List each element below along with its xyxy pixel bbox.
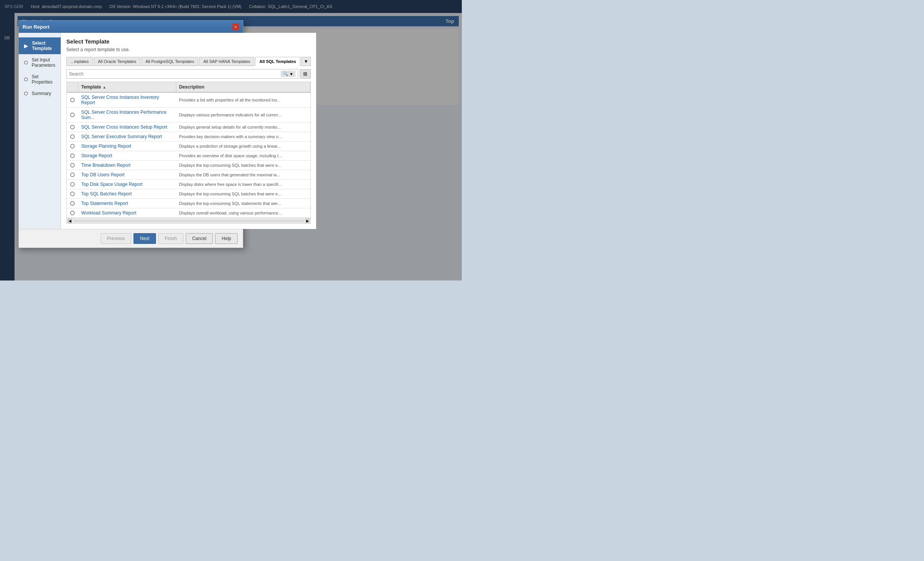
- radio-button-9[interactable]: [70, 182, 75, 187]
- table-row[interactable]: Storage Planning ReportDisplays a predic…: [67, 142, 310, 151]
- description-cell-10: Displays the top-consuming SQL batches t…: [176, 190, 311, 198]
- cancel-button[interactable]: Cancel: [186, 233, 213, 244]
- table-row[interactable]: SQL Server Executive Summary ReportProvi…: [67, 132, 310, 142]
- radio-cell-12[interactable]: [67, 209, 78, 217]
- wizard-step-label-1: Select Template: [32, 40, 55, 51]
- tab-more-button[interactable]: ▼: [301, 57, 311, 66]
- filter-button[interactable]: ⊞: [300, 69, 311, 79]
- description-cell-5: Displays a prediction of storage growth …: [176, 142, 311, 150]
- table-row[interactable]: Top SQL Batches ReportDisplays the top-c…: [67, 189, 310, 199]
- radio-cell-4[interactable]: [67, 132, 78, 141]
- table-row[interactable]: Workload Summary ReportDisplays overall …: [67, 208, 310, 218]
- search-button[interactable]: 🔍 ▼: [281, 71, 296, 77]
- table-row[interactable]: Storage ReportProvides an overview of di…: [67, 151, 310, 161]
- modal-content-area: Select Template Select a report template…: [61, 33, 316, 229]
- step-dot-2: [24, 61, 28, 64]
- radio-button-7[interactable]: [70, 163, 75, 168]
- tab-postgresql[interactable]: All PostgreSQL Templates: [141, 57, 198, 66]
- modal-titlebar: Run Report ×: [19, 21, 243, 33]
- description-cell-1: Provides a list with properties of all t…: [176, 96, 311, 104]
- radio-button-6[interactable]: [70, 153, 75, 158]
- scroll-right-arrow[interactable]: ▶: [305, 219, 310, 223]
- template-cell-9: Top Disk Space Usage Report: [78, 180, 176, 189]
- table-row[interactable]: SQL Server Cross Instances Inventory Rep…: [67, 93, 310, 108]
- table-row[interactable]: SQL Server Cross Instances Setup ReportD…: [67, 123, 310, 132]
- step-dot-4: [24, 92, 28, 95]
- search-dropdown-arrow: ▼: [289, 72, 293, 76]
- wizard-sidebar: ▶ Select Template Set Input Parameters S…: [19, 33, 61, 229]
- previous-button[interactable]: Previous: [101, 233, 132, 244]
- radio-button-1[interactable]: [70, 98, 75, 102]
- wizard-step-summary[interactable]: Summary: [19, 88, 61, 99]
- radio-button-12[interactable]: [70, 211, 75, 215]
- description-cell-6: Provides an overview of disk space usage…: [176, 152, 311, 160]
- search-input-wrap: 🔍 ▼: [66, 69, 298, 79]
- scroll-left-arrow[interactable]: ◀: [67, 219, 72, 223]
- template-cell-5: Storage Planning Report: [78, 142, 176, 151]
- search-bar: 🔍 ▼ ⊞: [66, 69, 311, 79]
- description-cell-9: Display disks where free space is lower …: [176, 180, 311, 189]
- sort-asc-icon: ▲: [103, 85, 106, 89]
- template-cell-10: Top SQL Batches Report: [78, 189, 176, 198]
- radio-button-2[interactable]: [70, 113, 75, 117]
- next-button[interactable]: Next: [133, 233, 156, 244]
- radio-cell-7[interactable]: [67, 161, 78, 169]
- step-dot-3: [24, 77, 28, 81]
- description-cell-12: Displays overall workload, using various…: [176, 209, 311, 217]
- radio-button-8[interactable]: [70, 172, 75, 177]
- modal-footer: Previous Next Finish Cancel Help: [19, 229, 243, 248]
- radio-button-11[interactable]: [70, 201, 75, 206]
- template-cell-7: Time Breakdown Report: [78, 161, 176, 170]
- table-row[interactable]: SQL Server Cross Instances Performance S…: [67, 108, 310, 123]
- table-body: SQL Server Cross Instances Inventory Rep…: [67, 93, 310, 218]
- tab-mssql[interactable]: ...mplates: [66, 57, 93, 66]
- radio-cell-8[interactable]: [67, 171, 78, 179]
- radio-cell-2[interactable]: [67, 111, 78, 119]
- template-table: Template ▲ Description SQL Server Cross …: [66, 82, 311, 224]
- modal-overlay: Run Report × ▶ Select Template Set Input…: [0, 0, 462, 280]
- col-header-template[interactable]: Template ▲: [78, 82, 176, 92]
- tab-oracle[interactable]: All Oracle Templates: [94, 57, 141, 66]
- radio-button-3[interactable]: [70, 125, 75, 129]
- description-cell-2: Displays various performance indicators …: [176, 111, 311, 119]
- radio-cell-3[interactable]: [67, 123, 78, 131]
- radio-cell-11[interactable]: [67, 199, 78, 208]
- wizard-step-label-3: Set Properties: [32, 74, 55, 85]
- content-subtitle: Select a report template to use.: [66, 47, 311, 52]
- template-cell-4: SQL Server Executive Summary Report: [78, 132, 176, 141]
- radio-cell-5[interactable]: [67, 142, 78, 150]
- content-title: Select Template: [66, 38, 311, 45]
- template-cell-2: SQL Server Cross Instances Performance S…: [78, 108, 176, 122]
- modal-dialog: Run Report × ▶ Select Template Set Input…: [18, 20, 243, 248]
- radio-cell-6[interactable]: [67, 152, 78, 160]
- table-row[interactable]: Top DB Users ReportDisplays the DB users…: [67, 170, 310, 180]
- search-input[interactable]: [69, 71, 279, 77]
- scroll-track-h[interactable]: [73, 219, 304, 222]
- wizard-step-label-2: Set Input Parameters: [32, 57, 55, 68]
- radio-button-4[interactable]: [70, 134, 75, 139]
- radio-button-5[interactable]: [70, 144, 75, 148]
- wizard-step-select-template[interactable]: ▶ Select Template: [19, 37, 61, 54]
- modal-body: ▶ Select Template Set Input Parameters S…: [19, 33, 243, 229]
- description-cell-4: Provides key decision-makers with a summ…: [176, 132, 311, 141]
- template-cell-6: Storage Report: [78, 151, 176, 160]
- wizard-step-set-input-parameters[interactable]: Set Input Parameters: [19, 54, 61, 71]
- finish-button[interactable]: Finish: [158, 233, 183, 244]
- horizontal-scrollbar[interactable]: ◀ ▶: [67, 218, 310, 223]
- radio-cell-9[interactable]: [67, 180, 78, 189]
- template-cell-11: Top Statements Report: [78, 199, 176, 208]
- radio-button-10[interactable]: [70, 192, 75, 196]
- radio-cell-10[interactable]: [67, 190, 78, 198]
- tab-saphana[interactable]: All SAP HANA Templates: [199, 57, 254, 66]
- tab-sql[interactable]: All SQL Templates: [255, 57, 300, 66]
- search-icon: 🔍: [283, 71, 288, 76]
- description-cell-3: Displays general setup details for all c…: [176, 123, 311, 131]
- radio-cell-1[interactable]: [67, 96, 78, 104]
- col-template-label: Template: [81, 84, 101, 90]
- help-button[interactable]: Help: [215, 233, 238, 244]
- table-row[interactable]: Top Statements ReportDisplays the top-co…: [67, 199, 310, 208]
- wizard-step-set-properties[interactable]: Set Properties: [19, 71, 61, 88]
- table-row[interactable]: Time Breakdown ReportDisplays the top-co…: [67, 161, 310, 170]
- table-row[interactable]: Top Disk Space Usage ReportDisplay disks…: [67, 180, 310, 189]
- modal-close-button[interactable]: ×: [232, 23, 239, 30]
